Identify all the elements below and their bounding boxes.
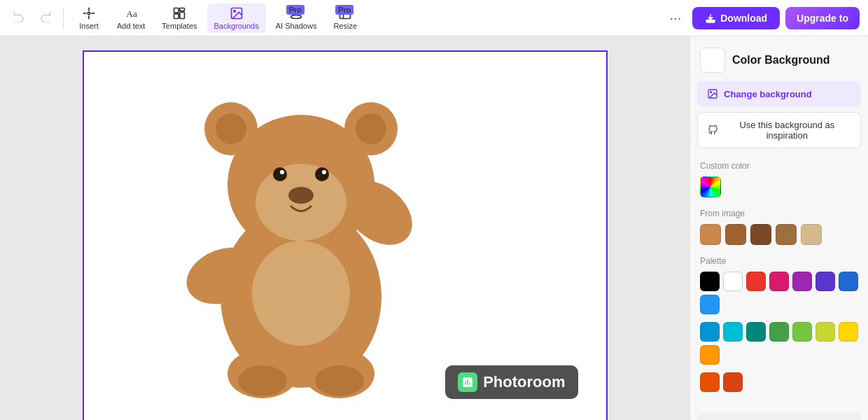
- palette-swatch-r1-6[interactable]: [839, 322, 858, 342]
- svg-rect-6: [174, 8, 179, 13]
- from-image-label: From image: [690, 206, 868, 224]
- add-text-button[interactable]: Aa Add text: [110, 4, 152, 33]
- palette-row-2: [690, 322, 868, 369]
- insert-button[interactable]: Insert: [71, 4, 107, 33]
- svg-point-28: [273, 167, 287, 181]
- toolbar-right: ··· Download Upgrade to: [664, 7, 860, 29]
- backgrounds-button[interactable]: Backgrounds: [207, 4, 266, 33]
- palette-swatch-r1-0[interactable]: [700, 322, 720, 342]
- svg-point-32: [288, 187, 314, 204]
- palette-swatch-r1-1[interactable]: [723, 322, 743, 342]
- from-image-color-4[interactable]: [801, 224, 822, 245]
- main-content: Photoroom Color Background Change backgr…: [0, 36, 868, 420]
- more-options-button[interactable]: ···: [664, 7, 687, 29]
- palette-swatch-r1-3[interactable]: [769, 322, 789, 342]
- svg-point-37: [710, 92, 712, 93]
- palette-swatch-r1-4[interactable]: [792, 322, 812, 342]
- panel-title: Color Background: [732, 54, 830, 66]
- palette-swatch-r0-7[interactable]: [700, 295, 720, 314]
- canvas-area[interactable]: Photoroom: [0, 36, 690, 420]
- resize-button[interactable]: Pro Resize: [326, 4, 364, 33]
- svg-point-34: [238, 365, 287, 396]
- svg-point-24: [216, 113, 246, 144]
- toolbar-divider: [63, 7, 64, 29]
- download-button[interactable]: Download: [692, 7, 780, 29]
- svg-point-11: [233, 10, 235, 11]
- right-panel: Color Background Change background Use t…: [690, 36, 868, 420]
- svg-point-30: [280, 170, 284, 174]
- palette-swatch-r0-4[interactable]: [792, 272, 812, 291]
- palette-swatch-r1-5[interactable]: [816, 322, 835, 342]
- panel-preview-box: [700, 48, 725, 73]
- palette-swatch-r0-2[interactable]: [746, 272, 766, 291]
- from-image-color-3[interactable]: [776, 224, 797, 245]
- svg-text:Aa: Aa: [127, 8, 138, 19]
- from-image-color-2[interactable]: [750, 224, 771, 245]
- toolbar: Insert Aa Add text Templates Backgrounds…: [0, 0, 868, 36]
- svg-rect-7: [180, 8, 185, 10]
- erase-button[interactable]: Erase: [697, 413, 861, 420]
- teddy-bear-image: [161, 59, 441, 409]
- canvas-container: Photoroom: [83, 50, 608, 420]
- watermark: Photoroom: [445, 365, 578, 399]
- palette-swatch-r2-0[interactable]: [700, 372, 720, 392]
- svg-point-0: [88, 12, 90, 14]
- custom-color-row: [690, 176, 868, 206]
- palette-swatch-r2-1[interactable]: [723, 372, 743, 392]
- svg-point-31: [322, 170, 326, 174]
- panel-header: Color Background: [690, 36, 868, 81]
- custom-color-swatch[interactable]: [700, 176, 721, 197]
- svg-rect-9: [180, 12, 185, 18]
- palette-swatch-r0-3[interactable]: [769, 272, 789, 291]
- use-as-inspiration-button[interactable]: Use this background as inspiration: [697, 112, 861, 148]
- from-image-color-0[interactable]: [700, 224, 721, 245]
- palette-swatch-r0-5[interactable]: [816, 272, 835, 291]
- watermark-icon: [458, 372, 477, 392]
- palette-swatch-r1-2[interactable]: [746, 322, 766, 342]
- svg-point-29: [315, 167, 329, 181]
- palette-swatch-r0-0[interactable]: [700, 272, 720, 291]
- palette-label: Palette: [690, 253, 868, 272]
- svg-point-35: [315, 365, 364, 396]
- palette-swatch-r0-1[interactable]: [723, 272, 743, 291]
- from-image-color-1[interactable]: [725, 224, 746, 245]
- templates-button[interactable]: Templates: [155, 4, 204, 33]
- palette-row-3: [690, 372, 868, 396]
- from-image-colors-row: [690, 224, 868, 253]
- palette-row-1: [690, 272, 868, 318]
- redo-button[interactable]: [35, 7, 56, 29]
- custom-color-label: Custom color: [690, 158, 868, 176]
- palette-swatch-r1-7[interactable]: [700, 345, 720, 365]
- upgrade-button[interactable]: Upgrade to: [785, 7, 860, 29]
- change-background-button[interactable]: Change background: [697, 81, 861, 106]
- undo-button[interactable]: [8, 7, 29, 29]
- canvas-inner: Photoroom: [84, 52, 606, 420]
- svg-point-26: [356, 113, 386, 144]
- ai-shadows-button[interactable]: Pro AI Shadows: [269, 4, 324, 33]
- palette-swatch-r0-6[interactable]: [839, 272, 858, 291]
- toolbar-left: [8, 7, 56, 29]
- svg-rect-8: [174, 13, 179, 18]
- svg-point-33: [252, 241, 350, 346]
